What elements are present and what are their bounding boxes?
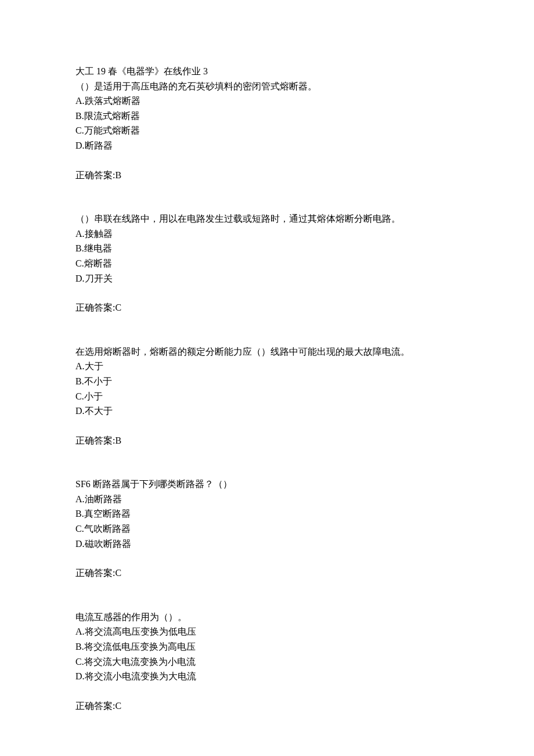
option-b: B.将交流低电压变换为高电压 [75,639,459,654]
question-text: （）串联在线路中，用以在电路发生过载或短路时，通过其熔体熔断分断电路。 [75,211,459,226]
question-text: （）是适用于高压电路的充石英砂填料的密闭管式熔断器。 [75,79,459,94]
answer: 正确答案:B [75,168,459,183]
question-text: 在选用熔断器时，熔断器的额定分断能力应（）线路中可能出现的最大故障电流。 [75,344,459,359]
option-a: A.将交流高电压变换为低电压 [75,624,459,639]
option-c: C.万能式熔断器 [75,123,459,138]
option-b: B.不小于 [75,374,459,389]
question-block-2: （）串联在线路中，用以在电路发生过载或短路时，通过其熔体熔断分断电路。 A.接触… [75,211,459,315]
option-c: C.熔断器 [75,256,459,271]
question-block-4: SF6 断路器属于下列哪类断路器？（） A.油断路器 B.真空断路器 C.气吹断… [75,477,459,581]
answer: 正确答案:B [75,433,459,448]
option-d: D.不大于 [75,404,459,419]
answer: 正确答案:C [75,300,459,315]
option-a: A.大于 [75,359,459,374]
option-d: D.刀开关 [75,271,459,286]
question-block-1: （）是适用于高压电路的充石英砂填料的密闭管式熔断器。 A.跌落式熔断器 B.限流… [75,79,459,183]
option-c: C.将交流大电流变换为小电流 [75,654,459,669]
option-b: B.限流式熔断器 [75,109,459,124]
question-text: SF6 断路器属于下列哪类断路器？（） [75,477,459,492]
option-c: C.气吹断路器 [75,521,459,537]
answer: 正确答案:C [75,566,459,581]
document-title: 大工 19 春《电器学》在线作业 3 [75,64,459,79]
answer: 正确答案:C [75,699,459,714]
question-text: 电流互感器的作用为（）。 [75,610,459,625]
option-c: C.小于 [75,389,459,404]
option-a: A.油断路器 [75,492,459,507]
option-b: B.继电器 [75,241,459,256]
option-a: A.跌落式熔断器 [75,93,459,109]
option-d: D.磁吹断路器 [75,537,459,552]
question-block-3: 在选用熔断器时，熔断器的额定分断能力应（）线路中可能出现的最大故障电流。 A.大… [75,344,459,448]
option-a: A.接触器 [75,226,459,242]
option-b: B.真空断路器 [75,506,459,521]
option-d: D.断路器 [75,138,459,153]
question-block-5: 电流互感器的作用为（）。 A.将交流高电压变换为低电压 B.将交流低电压变换为高… [75,610,459,714]
option-d: D.将交流小电流变换为大电流 [75,669,459,684]
